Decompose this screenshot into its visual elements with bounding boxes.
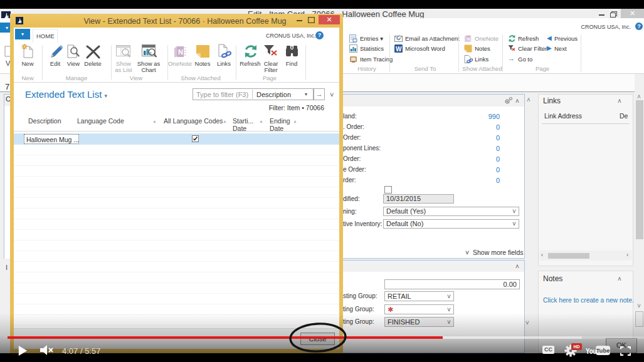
svg-text:N: N [467, 37, 470, 41]
svg-text:W: W [396, 46, 402, 53]
svg-text:N: N [178, 48, 183, 56]
